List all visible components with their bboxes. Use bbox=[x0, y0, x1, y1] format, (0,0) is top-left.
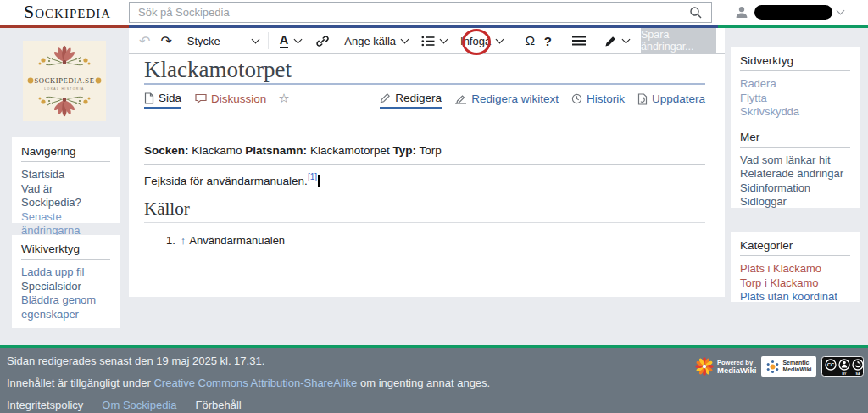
sources-heading: Källor bbox=[144, 198, 190, 220]
chevron-down-icon bbox=[622, 35, 631, 43]
cc-by-sa-badge[interactable]: CC BY SA bbox=[821, 356, 864, 377]
license-prefix: Innehållet är tillgängligt under bbox=[7, 377, 151, 389]
text-style-dropdown[interactable]: A bbox=[280, 34, 301, 48]
sidebar-page-tools: Sidverktyg Radera Flytta Skrivskydda Mer… bbox=[731, 47, 860, 208]
tab-redigera[interactable]: Redigera bbox=[380, 92, 442, 109]
category-plats-utan-koordinat[interactable]: Plats utan koordinat bbox=[740, 290, 850, 304]
watch-star-icon[interactable]: ☆ bbox=[278, 91, 289, 109]
search-input[interactable] bbox=[130, 3, 711, 22]
infobox-value: Klackamo bbox=[192, 144, 242, 157]
paragraph-style-dropdown[interactable]: Stycke bbox=[187, 35, 259, 47]
powered-by-mediawiki-badge[interactable]: Powered by MediaWiki bbox=[695, 357, 756, 376]
tab-sida[interactable]: Sida bbox=[144, 92, 181, 109]
tab-historik[interactable]: Historik bbox=[571, 92, 625, 109]
username-redacted bbox=[754, 5, 832, 20]
footer-link-om-sockipedia[interactable]: Om Sockipedia bbox=[102, 399, 176, 411]
emblem-subtitle: LOKAL HISTORIA bbox=[44, 87, 84, 91]
reference-marker[interactable]: [1] bbox=[308, 172, 317, 181]
footer-link-integritetspolicy[interactable]: Integritetspolicy bbox=[7, 399, 83, 411]
edit-pencil-icon bbox=[380, 92, 391, 103]
pencil-icon bbox=[604, 35, 617, 47]
tab-uppdatera[interactable]: Uppdatera bbox=[637, 92, 705, 109]
sidebar-item-sidinformation[interactable]: Sidinformation bbox=[740, 181, 850, 196]
bullet-list-icon bbox=[421, 36, 435, 47]
badge-text: Semantic bbox=[782, 360, 811, 366]
accent-bar-green bbox=[718, 25, 868, 28]
editor-switch-dropdown[interactable] bbox=[604, 35, 629, 47]
chevron-down-icon bbox=[401, 35, 409, 43]
page-title: Klackamotorpet bbox=[144, 57, 292, 83]
footer-badges: Powered by MediaWiki Semantic MediaWiki bbox=[695, 356, 864, 377]
license-link[interactable]: Creative Commons Attribution-ShareAlike bbox=[153, 377, 357, 389]
redo-button[interactable]: ↷ bbox=[160, 33, 171, 49]
emblem-title: SOCKIPEDIA.SE bbox=[34, 76, 94, 85]
tab-label: Redigera wikitext bbox=[471, 92, 559, 105]
infobox-label: Platsnamn: bbox=[245, 144, 307, 157]
sidebar-section-title: Sidverktyg bbox=[740, 54, 850, 71]
sidebar-item-bladdra-genom-egenskaper[interactable]: Bläddra genom egenskaper bbox=[21, 293, 110, 321]
tab-diskussion[interactable]: Diskussion bbox=[195, 92, 266, 108]
sidebar-item-radera[interactable]: Radera bbox=[740, 77, 850, 92]
sidebar-item-ladda-upp-fil[interactable]: Ladda upp fil bbox=[21, 265, 110, 280]
page-action-tabs: Redigera Redigera wikitext Historik bbox=[380, 92, 705, 109]
cc-by-sa-icon: CC BY SA bbox=[821, 356, 864, 377]
article-paragraph[interactable]: Fejksida för användarmanualen.[1] bbox=[144, 172, 320, 187]
reference-backlink[interactable]: ↑ bbox=[181, 234, 186, 247]
sidebar-navigation: Navigering Startsida Vad är Sockipedia? … bbox=[12, 137, 120, 223]
list-structure-dropdown[interactable] bbox=[421, 36, 447, 47]
site-emblem[interactable]: SOCKIPEDIA.SE LOKAL HISTORIA bbox=[23, 41, 106, 121]
sidebar-item-startsida[interactable]: Startsida bbox=[21, 168, 110, 182]
sidebar-item-specialsidor[interactable]: Specialsidor bbox=[21, 280, 110, 294]
sidebar-item-relaterade-andringar[interactable]: Relaterade ändringar bbox=[740, 167, 850, 181]
chevron-down-icon bbox=[837, 7, 845, 15]
visual-editor-toolbar: ↶ ↷ Stycke A Ange källa bbox=[129, 28, 725, 54]
special-character-button[interactable]: Ω bbox=[519, 33, 541, 48]
cite-dropdown[interactable]: Ange källa bbox=[344, 35, 408, 47]
category-plats-i-klackamo[interactable]: Plats i Klackamo bbox=[740, 262, 850, 276]
user-menu[interactable] bbox=[734, 5, 843, 20]
reference-number: 1. bbox=[166, 234, 175, 247]
cc-by-text: BY bbox=[842, 372, 847, 376]
sidebar-item-vad-som-lankar-hit[interactable]: Vad som länkar hit bbox=[740, 153, 850, 168]
sidebar-item-flytta[interactable]: Flytta bbox=[740, 92, 850, 106]
last-edited-text: Sidan redigerades senast den 19 maj 2025… bbox=[7, 354, 264, 367]
chevron-down-icon bbox=[496, 35, 504, 43]
license-text: Innehållet är tillgängligt under Creativ… bbox=[7, 377, 490, 389]
chevron-down-icon bbox=[251, 35, 259, 43]
license-suffix: om ingenting annat anges. bbox=[360, 377, 490, 389]
sidebar-section-title: Mer bbox=[740, 131, 850, 148]
search-icon[interactable] bbox=[689, 6, 703, 20]
page-icon bbox=[144, 92, 154, 104]
sidebar-categories: Kategorier Plats i Klackamo Torp i Klack… bbox=[731, 232, 860, 302]
category-torp-i-klackamo[interactable]: Torp i Klackamo bbox=[740, 276, 850, 291]
content-area: ↶ ↷ Stycke A Ange källa bbox=[129, 28, 725, 297]
sidebar-section-title: Navigering bbox=[21, 145, 110, 162]
undo-button[interactable]: ↶ bbox=[139, 33, 150, 49]
page-options-button[interactable] bbox=[572, 36, 586, 46]
link-icon bbox=[315, 34, 330, 48]
sidebar-item-skrivskydda[interactable]: Skrivskydda bbox=[740, 105, 850, 120]
infobox-label: Typ: bbox=[392, 144, 416, 157]
sidebar-item-senaste-andringarna[interactable]: Senaste ändringarna bbox=[21, 210, 110, 238]
insert-dropdown[interactable]: Infoga bbox=[460, 35, 503, 47]
save-changes-button[interactable]: Spara ändringar... bbox=[641, 28, 716, 53]
footer-link-forbehall[interactable]: Förbehåll bbox=[195, 399, 241, 411]
sidebar-item-sidloggar[interactable]: Sidloggar bbox=[740, 195, 850, 209]
cc-text: CC bbox=[826, 362, 834, 367]
sidebar-section-title: Wikiverktyg bbox=[21, 243, 110, 260]
tab-label: Redigera bbox=[395, 92, 442, 104]
accent-bar-red bbox=[0, 25, 129, 28]
chevron-down-icon bbox=[440, 35, 448, 43]
sidebar-item-vad-ar-sockipedia[interactable]: Vad är Sockipedia? bbox=[21, 182, 110, 210]
semantic-mediawiki-badge[interactable]: Semantic MediaWiki bbox=[761, 356, 815, 377]
reference-text: Användarmanualen bbox=[189, 234, 285, 247]
site-logo[interactable]: Sockipedia bbox=[24, 1, 111, 23]
hamburger-icon bbox=[572, 36, 586, 46]
page-tabs: Sida Diskussion ☆ Redigera Redigera wiki… bbox=[144, 91, 705, 109]
user-icon bbox=[734, 5, 749, 20]
footer-links: Integritetspolicy Om Sockipedia Förbehål… bbox=[7, 399, 242, 411]
tab-redigera-wikitext[interactable]: Redigera wikitext bbox=[454, 92, 559, 109]
link-button[interactable] bbox=[315, 34, 330, 48]
help-button[interactable]: ? bbox=[544, 34, 552, 48]
sidebar-section-title: Kategorier bbox=[740, 239, 850, 256]
